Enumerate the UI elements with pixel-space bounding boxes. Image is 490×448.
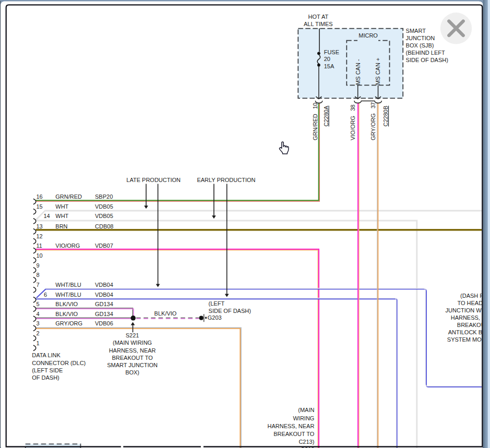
svg-text:CDB08: CDB08 bbox=[95, 223, 113, 229]
svg-text:11: 11 bbox=[37, 243, 42, 249]
svg-text:BOX): BOX) bbox=[125, 369, 139, 376]
svg-text:15: 15 bbox=[37, 203, 43, 210]
svg-text:13: 13 bbox=[37, 223, 43, 229]
svg-text:5: 5 bbox=[37, 301, 40, 307]
svg-text:VDB04: VDB04 bbox=[95, 292, 113, 298]
svg-text:(MAIN: (MAIN bbox=[298, 407, 314, 413]
svg-text:GD134: GD134 bbox=[95, 301, 113, 307]
svg-text:HARNESS, NEAR: HARNESS, NEAR bbox=[109, 347, 156, 354]
svg-text:(MAIN WIRING: (MAIN WIRING bbox=[113, 340, 152, 346]
svg-text:G203: G203 bbox=[208, 314, 222, 321]
svg-text:C2280A: C2280A bbox=[323, 105, 329, 126]
svg-text:SIDE OF DASH): SIDE OF DASH) bbox=[406, 57, 448, 63]
svg-text:EARLY PRODUCTION: EARLY PRODUCTION bbox=[197, 177, 255, 183]
svg-text:VDB04: VDB04 bbox=[95, 282, 113, 288]
svg-text:SMART: SMART bbox=[406, 28, 426, 34]
svg-text:GRY/ORG 37: GRY/ORG 37 bbox=[370, 102, 376, 140]
svg-text:BREAKOUT TO: BREAKOUT TO bbox=[112, 355, 153, 361]
svg-text:BREAKOUT TO: BREAKOUT TO bbox=[273, 431, 315, 437]
svg-text:12: 12 bbox=[37, 233, 43, 239]
svg-text:2: 2 bbox=[37, 330, 40, 336]
svg-text:1: 1 bbox=[37, 340, 40, 346]
svg-text:ALL TIMES: ALL TIMES bbox=[304, 21, 333, 27]
svg-text:9: 9 bbox=[37, 262, 40, 269]
svg-text:BOX (SJB): BOX (SJB) bbox=[406, 42, 434, 49]
svg-text:WHT/BLU: WHT/BLU bbox=[55, 282, 81, 288]
svg-text:WIRING: WIRING bbox=[293, 415, 314, 421]
svg-text:(LEFT: (LEFT bbox=[209, 300, 225, 307]
svg-text:CONNECTOR (DLC): CONNECTOR (DLC) bbox=[32, 360, 86, 366]
svg-text:C2280B: C2280B bbox=[383, 106, 389, 127]
svg-text:GRN/RED 10: GRN/RED 10 bbox=[312, 103, 318, 140]
svg-text:20: 20 bbox=[324, 56, 330, 62]
svg-text:VDB06: VDB06 bbox=[95, 320, 113, 326]
svg-text:6: 6 bbox=[44, 292, 47, 298]
svg-text:HARNESS, NEAR: HARNESS, NEAR bbox=[268, 423, 315, 429]
svg-text:(BEHIND LEFT: (BEHIND LEFT bbox=[406, 50, 445, 56]
svg-text:WHT/BLU: WHT/BLU bbox=[55, 292, 81, 298]
svg-text:10: 10 bbox=[37, 252, 43, 259]
svg-text:BLK/VIO: BLK/VIO bbox=[55, 301, 78, 307]
svg-text:4: 4 bbox=[37, 311, 40, 317]
svg-text:DATA LINK: DATA LINK bbox=[32, 352, 61, 358]
svg-text:FUSE: FUSE bbox=[324, 49, 339, 55]
svg-text:GRN/RED: GRN/RED bbox=[55, 193, 82, 200]
svg-text:(LEFT SIDE: (LEFT SIDE bbox=[32, 367, 63, 373]
svg-text:MS CAN -: MS CAN - bbox=[355, 59, 361, 85]
svg-text:SIDE OF DASH): SIDE OF DASH) bbox=[209, 308, 251, 314]
svg-text:GRY/ORG: GRY/ORG bbox=[55, 320, 82, 326]
svg-text:OF DASH): OF DASH) bbox=[32, 374, 59, 381]
svg-text:GD134: GD134 bbox=[95, 311, 113, 317]
svg-text:16: 16 bbox=[37, 193, 43, 200]
svg-text:8: 8 bbox=[37, 272, 40, 278]
svg-text:VDB07: VDB07 bbox=[95, 243, 113, 249]
svg-text:SMART JUNCTION: SMART JUNCTION bbox=[107, 362, 158, 368]
svg-text:BLK/VIO: BLK/VIO bbox=[154, 310, 177, 317]
svg-text:VIO/ORG 38: VIO/ORG 38 bbox=[350, 105, 356, 140]
svg-text:3: 3 bbox=[37, 320, 40, 326]
svg-text:BLK/VIO: BLK/VIO bbox=[55, 311, 78, 317]
svg-text:MS CAN +: MS CAN + bbox=[375, 58, 381, 85]
svg-text:VDB05: VDB05 bbox=[95, 213, 113, 219]
svg-text:VIO/ORG: VIO/ORG bbox=[55, 243, 80, 249]
svg-text:SBP20: SBP20 bbox=[95, 193, 113, 200]
svg-text:14: 14 bbox=[44, 213, 50, 219]
svg-text:JUNCTION: JUNCTION bbox=[406, 35, 435, 41]
svg-text:LATE PRODUCTION: LATE PRODUCTION bbox=[126, 177, 181, 183]
svg-text:S221: S221 bbox=[126, 332, 139, 338]
svg-text:HOT AT: HOT AT bbox=[308, 14, 328, 20]
svg-text:BRN: BRN bbox=[55, 223, 67, 229]
svg-text:VDB05: VDB05 bbox=[95, 203, 113, 210]
svg-text:WHT: WHT bbox=[55, 203, 68, 210]
svg-text:C213): C213) bbox=[298, 439, 314, 445]
svg-text:7: 7 bbox=[37, 282, 40, 288]
svg-text:WHT: WHT bbox=[55, 213, 68, 219]
svg-text:MICRO: MICRO bbox=[358, 32, 378, 39]
svg-text:15A: 15A bbox=[324, 63, 334, 69]
